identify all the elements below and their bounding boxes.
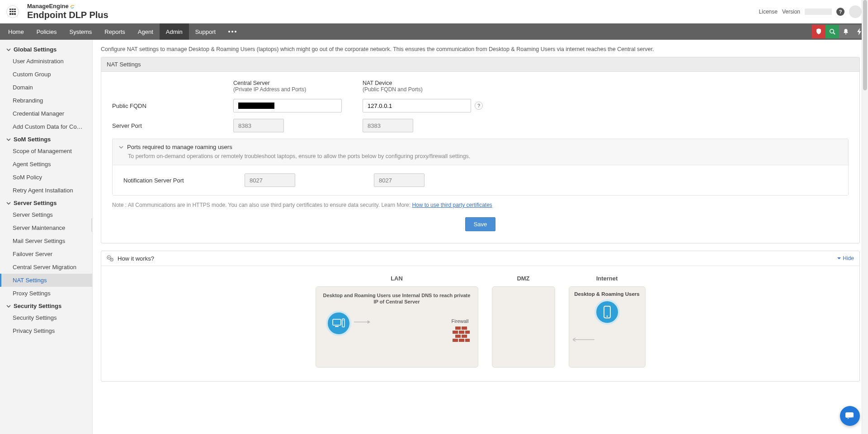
zone-dmz-title: DMZ xyxy=(492,275,555,282)
sidebar-item-custom-group[interactable]: Custom Group xyxy=(0,68,92,81)
product-name: Endpoint DLP Plus xyxy=(27,10,108,20)
license-link[interactable]: License xyxy=(759,9,778,15)
panel-title: NAT Settings xyxy=(101,57,859,72)
sidebar-item-add-custom-data-for-comput[interactable]: Add Custom Data for Comput... xyxy=(0,120,92,133)
firewall-icon xyxy=(455,327,467,344)
howit-title: How it works? xyxy=(118,255,154,262)
sidebar-section-global-settings[interactable]: Global Settings xyxy=(0,43,92,55)
nav-reports[interactable]: Reports xyxy=(98,23,132,40)
brand-top: ManageEngine xyxy=(27,3,69,9)
nav-support[interactable]: Support xyxy=(189,23,222,40)
svg-point-6 xyxy=(111,259,112,260)
fqdn-help-icon[interactable]: ? xyxy=(475,102,483,110)
sidebar-item-retry-agent-installation[interactable]: Retry Agent Installation xyxy=(0,184,92,197)
zone-lan-title: LAN xyxy=(316,275,478,282)
page-intro: Configure NAT settings to manage Desktop… xyxy=(101,46,860,52)
search-icon[interactable] xyxy=(826,25,839,38)
chat-fab-button[interactable] xyxy=(840,406,860,426)
help-icon[interactable]: ? xyxy=(836,8,844,16)
svg-point-10 xyxy=(343,320,344,321)
ports-section-toggle[interactable]: Ports required to manage roaming users xyxy=(113,139,848,152)
mobile-device-icon xyxy=(594,299,620,325)
sidebar-item-server-settings[interactable]: Server Settings xyxy=(0,208,92,221)
sidebar-item-mail-server-settings[interactable]: Mail Server Settings xyxy=(0,234,92,247)
chevron-down-icon xyxy=(6,201,11,205)
svg-point-13 xyxy=(606,316,608,317)
user-avatar[interactable] xyxy=(849,5,862,18)
public-fqdn-label: Public FQDN xyxy=(112,103,233,109)
sidebar-item-failover-server[interactable]: Failover Server xyxy=(0,247,92,261)
sidebar-item-credential-manager[interactable]: Credential Manager xyxy=(0,107,92,120)
central-fqdn-input[interactable] xyxy=(233,99,342,112)
svg-rect-8 xyxy=(335,326,339,327)
nat-port-input[interactable] xyxy=(363,119,413,132)
how-it-works-panel: How it works? Hide LAN Desktop and Roami… xyxy=(101,251,860,382)
nav-admin[interactable]: Admin xyxy=(160,23,189,40)
chevron-down-icon xyxy=(119,145,123,149)
nav-systems[interactable]: Systems xyxy=(63,23,98,40)
column-central-server: Central Server(Private IP Address and Po… xyxy=(233,80,363,93)
sidebar-item-som-policy[interactable]: SoM Policy xyxy=(0,171,92,184)
central-notif-port-input xyxy=(245,173,295,187)
firewall-label: Firewall xyxy=(452,318,469,324)
nat-fqdn-input[interactable] xyxy=(363,99,471,112)
sidebar-section-server-settings[interactable]: Server Settings xyxy=(0,197,92,208)
chat-icon xyxy=(845,411,855,421)
svg-line-1 xyxy=(833,33,835,34)
sidebar-item-user-administration[interactable]: User Administration xyxy=(0,55,92,68)
desktop-icon xyxy=(326,311,351,336)
main-content: Configure NAT settings to manage Desktop… xyxy=(93,40,868,434)
apps-grid-icon xyxy=(9,9,16,15)
internet-description: Desktop & Roaming Users xyxy=(574,291,641,297)
zone-internet: Desktop & Roaming Users xyxy=(569,286,646,368)
nat-notif-port-input[interactable] xyxy=(374,173,425,187)
sidebar-item-proxy-settings[interactable]: Proxy Settings xyxy=(0,287,92,300)
save-button[interactable]: Save xyxy=(465,217,496,231)
version-value-redacted xyxy=(805,9,832,15)
sidebar-item-central-server-migration[interactable]: Central Server Migration xyxy=(0,261,92,274)
sidebar-section-security-settings[interactable]: Security Settings xyxy=(0,300,92,311)
sidebar-item-nat-settings[interactable]: NAT Settings xyxy=(0,274,92,287)
svg-point-2 xyxy=(845,33,846,34)
chevron-down-icon xyxy=(6,47,11,52)
sidebar-item-rebranding[interactable]: Rebranding xyxy=(0,94,92,107)
zone-lan: Desktop and Roaming Users use Internal D… xyxy=(316,286,478,368)
nav-policies[interactable]: Policies xyxy=(30,23,63,40)
scrollbar-thumb[interactable] xyxy=(863,0,867,90)
svg-rect-7 xyxy=(333,319,341,325)
central-port-input xyxy=(233,119,284,132)
version-label: Version xyxy=(782,9,800,15)
network-diagram: LAN Desktop and Roaming Users use Intern… xyxy=(101,266,859,381)
main-nav: HomePoliciesSystemsReportsAgentAdminSupp… xyxy=(0,23,868,40)
redacted-value xyxy=(238,103,274,109)
hide-toggle[interactable]: Hide xyxy=(837,255,854,261)
server-port-label: Server Port xyxy=(112,122,233,129)
column-nat-device: NAT Device(Public FQDN and Ports) xyxy=(363,80,492,93)
sidebar-item-scope-of-management[interactable]: Scope of Management xyxy=(0,145,92,158)
ports-required-panel: Ports required to manage roaming users T… xyxy=(112,139,849,196)
topbar: ManageEngine Endpoint DLP Plus License V… xyxy=(0,0,868,23)
security-shield-icon[interactable] xyxy=(812,25,826,38)
scrollbar-track[interactable] xyxy=(862,0,868,434)
sidebar-item-server-maintenance[interactable]: Server Maintenance xyxy=(0,221,92,234)
notif-port-label: Notification Server Port xyxy=(123,177,245,184)
apps-launcher-button[interactable] xyxy=(6,5,19,18)
nav-agent[interactable]: Agent xyxy=(132,23,160,40)
sidebar-item-security-settings[interactable]: Security Settings xyxy=(0,311,92,324)
sidebar-item-domain[interactable]: Domain xyxy=(0,81,92,94)
zone-internet-title: Internet xyxy=(569,275,646,282)
nav-home[interactable]: Home xyxy=(2,23,30,40)
https-note: Note : All Communications are in HTTPS m… xyxy=(112,202,849,208)
sidebar-item-agent-settings[interactable]: Agent Settings xyxy=(0,158,92,171)
brand-swirl-icon xyxy=(70,4,75,9)
gear-info-icon xyxy=(107,255,114,262)
lan-description: Desktop and Roaming Users use Internal D… xyxy=(321,292,472,305)
learn-more-link[interactable]: How to use third party certificates xyxy=(412,202,492,208)
sidebar-item-privacy-settings[interactable]: Privacy Settings xyxy=(0,324,92,337)
svg-point-0 xyxy=(830,29,833,33)
notifications-icon[interactable] xyxy=(839,25,853,38)
nav-more-button[interactable] xyxy=(222,31,243,33)
zone-dmz xyxy=(492,286,555,368)
triangle-down-icon xyxy=(837,257,841,260)
sidebar-section-som-settings[interactable]: SoM Settings xyxy=(0,133,92,145)
